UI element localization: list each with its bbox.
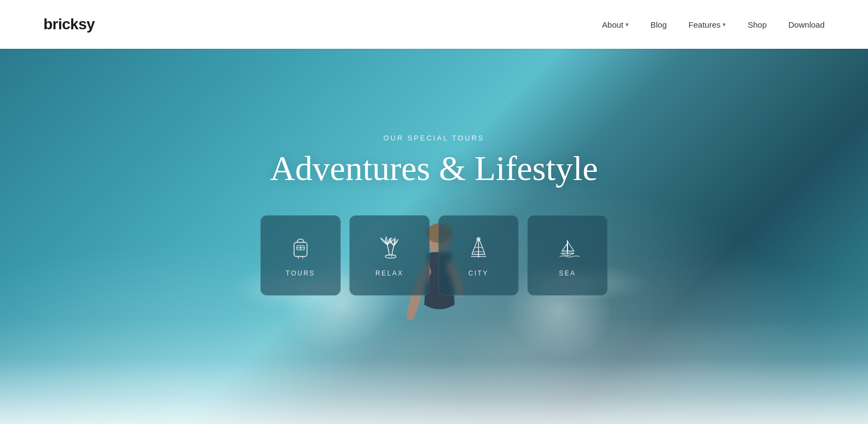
sea-label: SEA bbox=[559, 269, 576, 277]
backpack-icon bbox=[286, 234, 315, 262]
nav-shop[interactable]: Shop bbox=[748, 20, 767, 29]
tours-label: TOURS bbox=[286, 269, 315, 277]
city-label: CITY bbox=[468, 269, 488, 277]
nav-blog[interactable]: Blog bbox=[650, 20, 667, 29]
about-chevron-icon: ▾ bbox=[626, 21, 629, 28]
svg-point-6 bbox=[385, 255, 396, 258]
tour-cards: TOURS bbox=[260, 215, 608, 295]
tour-card-sea[interactable]: SEA bbox=[527, 215, 608, 295]
palm-icon bbox=[375, 234, 404, 262]
tour-card-city[interactable]: CITY bbox=[438, 215, 519, 295]
main-nav: About ▾ Blog Features ▾ Shop Download bbox=[602, 20, 825, 29]
hero-section: OUR SPECIAL TOURS Adventures & Lifestyle bbox=[0, 49, 868, 424]
hero-title: Adventures & Lifestyle bbox=[260, 150, 608, 188]
hero-content: OUR SPECIAL TOURS Adventures & Lifestyle bbox=[260, 134, 608, 295]
nav-features[interactable]: Features ▾ bbox=[688, 20, 726, 29]
tower-icon bbox=[464, 234, 493, 262]
tour-card-tours[interactable]: TOURS bbox=[260, 215, 341, 295]
features-chevron-icon: ▾ bbox=[723, 21, 726, 28]
nav-download[interactable]: Download bbox=[788, 20, 825, 29]
nav-about[interactable]: About ▾ bbox=[602, 20, 629, 29]
sailboat-icon bbox=[553, 234, 582, 262]
hero-subtitle: OUR SPECIAL TOURS bbox=[260, 134, 608, 142]
brand-logo[interactable]: bricksy bbox=[43, 16, 95, 33]
relax-label: RELAX bbox=[375, 269, 404, 277]
header: bricksy About ▾ Blog Features ▾ Shop Dow… bbox=[0, 0, 868, 49]
tour-card-relax[interactable]: RELAX bbox=[349, 215, 430, 295]
